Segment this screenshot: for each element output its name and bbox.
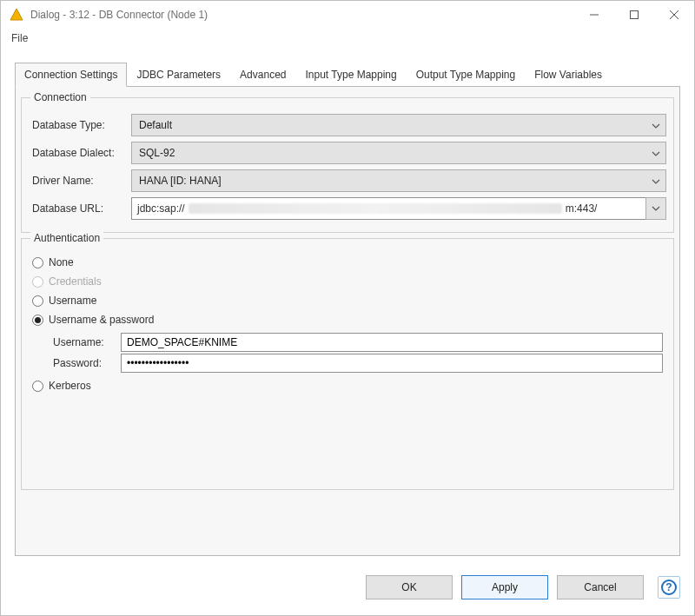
app-icon: [10, 8, 23, 22]
url-prefix: jdbc:sap://: [137, 202, 185, 215]
apply-button[interactable]: Apply: [461, 575, 548, 599]
radio-icon: [32, 257, 43, 268]
ok-button[interactable]: OK: [366, 575, 453, 599]
combo-driver-name[interactable]: HANA [ID: HANA]: [131, 169, 666, 192]
label-username: Username:: [53, 336, 121, 348]
combo-database-type-value: Default: [139, 119, 172, 131]
radio-username-password[interactable]: Username & password: [32, 314, 663, 326]
label-password: Password:: [53, 357, 121, 369]
tab-output-type-mapping[interactable]: Output Type Mapping: [407, 63, 526, 87]
radio-icon: [32, 295, 43, 307]
combo-database-dialect-value: SQL-92: [139, 147, 175, 159]
label-database-type: Database Type:: [29, 119, 131, 131]
group-connection: Connection Database Type: Default Databa…: [21, 97, 674, 233]
tab-jdbc-parameters[interactable]: JDBC Parameters: [127, 63, 230, 87]
url-redacted: [189, 203, 562, 214]
tab-connection-settings[interactable]: Connection Settings: [15, 63, 127, 87]
input-password[interactable]: [121, 354, 663, 373]
radio-credentials: Credentials: [32, 275, 663, 288]
radio-none[interactable]: None: [32, 256, 663, 268]
help-button[interactable]: ?: [658, 576, 680, 599]
window-title: Dialog - 3:12 - DB Connector (Node 1): [30, 9, 208, 21]
radio-none-label: None: [49, 256, 74, 268]
combo-database-dialect[interactable]: SQL-92: [131, 142, 666, 164]
radio-username-label: Username: [49, 295, 96, 307]
tabstrip: Connection Settings JDBC Parameters Adva…: [15, 62, 680, 87]
tab-flow-variables[interactable]: Flow Variables: [525, 63, 612, 87]
close-button[interactable]: [654, 1, 694, 29]
buttonbar: OK Apply Cancel ?: [1, 565, 694, 612]
radio-username-password-label: Username & password: [49, 314, 154, 326]
svg-rect-2: [631, 11, 639, 19]
radio-username[interactable]: Username: [32, 295, 663, 307]
radio-icon: [32, 381, 43, 392]
svg-marker-0: [10, 9, 23, 20]
maximize-button[interactable]: [614, 1, 654, 29]
client-area: Connection Settings JDBC Parameters Adva…: [1, 48, 694, 565]
radio-credentials-label: Credentials: [49, 275, 102, 288]
input-username[interactable]: [121, 333, 663, 352]
help-icon: ?: [661, 580, 677, 595]
tabpanel-connection-settings: Connection Database Type: Default Databa…: [15, 87, 680, 556]
url-suffix: m:443/: [566, 202, 598, 215]
label-database-url: Database URL:: [29, 202, 131, 215]
combo-database-type[interactable]: Default: [131, 114, 666, 136]
minimize-button[interactable]: [574, 1, 614, 29]
menubar: File: [1, 29, 694, 48]
radio-kerberos-label: Kerberos: [49, 380, 91, 392]
chevron-down-icon: [652, 175, 660, 187]
chevron-down-icon: [652, 119, 660, 131]
tab-input-type-mapping[interactable]: Input Type Mapping: [295, 63, 406, 87]
label-database-dialect: Database Dialect:: [29, 147, 131, 159]
radio-icon: [32, 276, 43, 288]
url-dropdown-button[interactable]: [645, 197, 666, 220]
titlebar: Dialog - 3:12 - DB Connector (Node 1): [1, 1, 694, 29]
menu-file[interactable]: File: [6, 30, 33, 46]
radio-icon: [32, 315, 43, 326]
cancel-button[interactable]: Cancel: [557, 575, 644, 599]
group-authentication-legend: Authentication: [30, 232, 103, 244]
input-database-url[interactable]: jdbc:sap:// m:443/: [131, 197, 645, 220]
radio-kerberos[interactable]: Kerberos: [32, 380, 663, 392]
tab-advanced[interactable]: Advanced: [230, 63, 295, 87]
credentials-subpanel: Username: Password:: [53, 333, 663, 373]
group-authentication: Authentication None Credentials Username…: [21, 238, 674, 490]
chevron-down-icon: [652, 147, 660, 159]
combo-driver-name-value: HANA [ID: HANA]: [139, 175, 222, 187]
label-driver-name: Driver Name:: [29, 175, 131, 187]
group-connection-legend: Connection: [30, 91, 90, 103]
